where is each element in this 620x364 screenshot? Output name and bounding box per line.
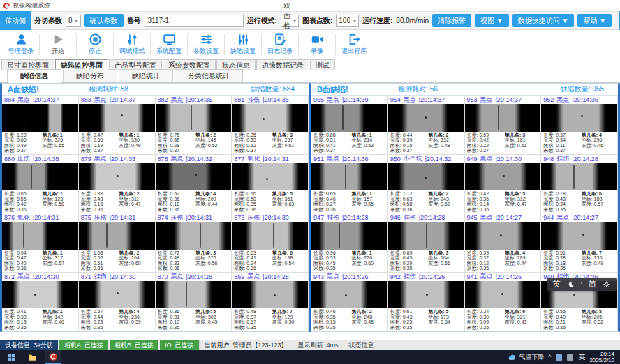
tray-chevron-up-icon[interactable]: ^	[548, 354, 551, 361]
defect-number: 875	[81, 214, 91, 221]
action-button-camera[interactable]: 录像	[299, 33, 335, 56]
subtab-1[interactable]: 缺陷信息	[7, 69, 61, 83]
defect-cell[interactable]: 955黑点|20:14:39长度:0.88宽度:0.51面积:0.41米数:0.…	[311, 96, 388, 155]
material-band	[399, 163, 448, 191]
tray-icon-1[interactable]	[556, 354, 562, 361]
ime-simplified-toggle[interactable]: 简	[589, 279, 596, 289]
action-button-debug-sliders[interactable]: 调试模式	[114, 33, 150, 56]
clear-alarm-button[interactable]: 清除报警	[432, 14, 471, 27]
action-button-stop[interactable]: 停止	[77, 33, 113, 56]
view-menu-button[interactable]: 视图 ▼	[475, 14, 509, 27]
file-explorer-taskbar-icon[interactable]	[24, 350, 40, 364]
moon-icon[interactable]	[567, 280, 575, 288]
defect-info-left: 长度:0.88宽度:0.51面积:0.41米数:0.37	[313, 132, 350, 154]
defect-cell[interactable]: 874压伤|20:14:31长度:0.72宽度:0.49面积:0.33米数:0.…	[156, 213, 232, 273]
tab-1[interactable]: 尺寸监控界面	[1, 59, 54, 70]
defect-wid: 宽度:0.44	[81, 314, 117, 320]
tray-icon-2[interactable]	[567, 354, 573, 361]
tab-2[interactable]: 缺陷监控界面	[55, 59, 108, 70]
defect-cell[interactable]: 948挂伤|20:14:28长度:0.78宽度:0.48面积:0.34米数:0.…	[541, 155, 618, 214]
tab-6[interactable]: 边缘数据记录	[256, 59, 309, 70]
gear-icon[interactable]	[603, 280, 610, 288]
ime-punct-toggle[interactable]: ’	[581, 280, 582, 289]
chart-points-select[interactable]: 100 ▾	[336, 15, 359, 27]
field-label: 宽度:	[313, 255, 325, 261]
defect-number: 946	[390, 214, 401, 221]
defect-cell[interactable]: 884黑点|20:14:37长度:1.23宽度:0.66面积:0.49米数:0.…	[2, 96, 79, 155]
action-button-exit[interactable]: 退出程序	[336, 33, 372, 56]
data-quick-access-menu-button[interactable]: 数据快捷访问 ▼	[512, 14, 575, 27]
action-button-params-sliders[interactable]: 参数设置	[188, 33, 224, 56]
inspection-app-taskbar-icon[interactable]	[45, 350, 61, 364]
confirm-count-button[interactable]: 确认条数	[84, 14, 124, 27]
field-value: 0.54	[285, 261, 295, 266]
subtab-3[interactable]: 缺陷统计	[119, 69, 173, 82]
defect-image	[156, 222, 232, 250]
field-label: 第几条:	[505, 191, 521, 197]
tab-5[interactable]: 状态信息	[216, 59, 256, 70]
taskbar-clock[interactable]: 20:14 2025/2/10	[589, 351, 617, 363]
tab-4[interactable]: 系统参数配置	[163, 59, 216, 70]
defect-cell[interactable]: 952黑点|20:14:36长度:0.37宽度:0.34面积:0.11米数:0.…	[541, 96, 618, 155]
action-button-row: 管理登录开始停止调试模式系统配置参数设置缺陷设置日志记录录像退出程序	[0, 30, 620, 59]
defect-cell[interactable]: 949黑点|20:14:30长度:0.42宽度:0.36面积:0.14米数:0.…	[465, 155, 542, 214]
help-menu-button[interactable]: 帮助 ▼	[577, 14, 612, 27]
slit-count-select[interactable]: 8 ▾	[66, 15, 81, 27]
defect-cell[interactable]: 945黑点|20:14:27长度:0.39宽度:0.32面积:0.12米数:0.…	[465, 213, 542, 273]
defect-cell[interactable]: 883黑点|20:14:37长度:0.47宽度:0.66面积:0.19米数:0.…	[79, 96, 156, 155]
run-mode-select[interactable]: 双面检测 ▾	[281, 15, 299, 27]
defect-cell[interactable]: 943黑点|20:14:26长度:0.46宽度:0.35面积:0.15米数:0.…	[311, 273, 388, 332]
defect-meter: 米数:0.37	[543, 148, 580, 153]
defect-strip: 第几条:5	[195, 309, 229, 314]
defect-cell[interactable]: 880压伤|20:14:35长度:0.85宽度:0.55面积:0.42米数:0.…	[2, 155, 79, 214]
tab-7[interactable]: 测试	[310, 59, 335, 70]
defect-cell[interactable]: 882黑点|20:14:35长度:0.75宽度:0.38面积:0.28米数:0.…	[156, 96, 232, 155]
weather-status[interactable]: 气温下降	[508, 353, 544, 362]
field-label: 坐标:	[351, 137, 362, 143]
defect-cell[interactable]: 954黑点|20:14:37长度:0.44宽度:0.39面积:0.15米数:0.…	[388, 96, 465, 155]
defect-cell[interactable]: 870黑点|20:14:28长度:0.36宽度:0.31面积:0.10米数:0.…	[156, 273, 232, 332]
defect-cell[interactable]: 950小凹坑|20:14:32长度:1.12宽度:0.63面积:0.58米数:0…	[388, 155, 465, 214]
field-value: 0.52	[94, 255, 103, 261]
action-button-play[interactable]: 开始	[40, 33, 76, 56]
field-label: 长度:	[81, 250, 92, 256]
defect-cell[interactable]: 881挂伤|20:14:35长度:0.35宽度:0.35面积:0.12米数:0.…	[232, 96, 309, 155]
defect-coord: 坐标:308	[195, 314, 229, 320]
defect-cell[interactable]: 873压伤|20:14:30长度:0.63宽度:0.41面积:0.24米数:0.…	[232, 213, 309, 273]
reel-number-input[interactable]	[145, 15, 244, 27]
defect-cell[interactable]: 947挂伤|20:14:28长度:0.96宽度:0.53面积:0.45米数:0.…	[311, 213, 388, 273]
action-button-monitor[interactable]: 系统配置	[151, 33, 187, 56]
defect-gray: 灰度:0.46	[42, 319, 75, 325]
subtab-2[interactable]: 缺陷分布	[63, 69, 117, 82]
defect-info: 长度:0.35宽度:0.35面积:0.12米数:0.37第几条:3坐标:257灰…	[232, 132, 308, 154]
ime-lang-toggle[interactable]: 英	[553, 279, 561, 289]
defect-cell[interactable]: 869黑点|20:14:28长度:0.48宽度:0.37面积:0.17米数:0.…	[232, 273, 309, 332]
defect-cell[interactable]: 875压伤|20:14:31长度:1.08宽度:0.52面积:0.51米数:0.…	[79, 213, 156, 273]
field-label: 面积:	[234, 202, 245, 207]
defect-cell[interactable]: 946挂伤|20:14:28长度:0.69宽度:0.45面积:0.29米数:0.…	[388, 213, 465, 273]
field-label: 面积:	[467, 143, 478, 149]
defect-gray: 灰度:0.56	[428, 261, 462, 266]
drive-side-button[interactable]: 传动侧	[0, 11, 31, 30]
defect-cell[interactable]: 871挂伤|20:14:30长度:0.57宽度:0.44面积:0.23米数:0.…	[79, 273, 156, 332]
ime-language-indicator[interactable]: 英	[578, 352, 585, 362]
subtab-4[interactable]: 分类信息统计	[175, 69, 243, 82]
defect-cell[interactable]: 953黑点|20:14:37长度:0.59宽度:0.42面积:0.22米数:0.…	[465, 96, 542, 155]
field-value: 0.58	[246, 197, 256, 202]
start-button[interactable]	[3, 350, 20, 364]
defect-area: 面积:0.19	[81, 143, 117, 149]
defect-cell[interactable]: 944黑点|20:14:27长度:0.51宽度:0.38面积:0.18米数:0.…	[541, 213, 618, 273]
action-button-log[interactable]: 日志记录	[262, 33, 298, 56]
defect-cell[interactable]: 951黑点|20:14:36长度:0.65宽度:0.46面积:0.27米数:0.…	[311, 155, 388, 214]
action-button-user[interactable]: 管理登录	[3, 33, 39, 56]
defect-cell[interactable]: 877氧化|20:14:31长度:0.66宽度:0.58面积:0.35米数:0.…	[232, 155, 309, 214]
defect-cell[interactable]: 878黑点|20:14:32长度:0.52宽度:0.36面积:0.18米数:0.…	[156, 155, 232, 214]
defect-cell[interactable]: 942挂伤|20:14:26长度:0.61宽度:0.43面积:0.25米数:0.…	[388, 273, 465, 332]
defect-cell[interactable]: 872黑点|20:14:30长度:0.41宽度:0.33面积:0.13米数:0.…	[2, 273, 79, 332]
action-button-defect-sliders[interactable]: 缺陷设置	[225, 33, 261, 56]
defect-sub-tab-bar: 缺陷信息缺陷分布缺陷统计分类信息统计	[0, 70, 620, 83]
defect-cell[interactable]: 879黑点|20:14:33长度:0.38宽度:0.43面积:0.16米数:0.…	[79, 155, 156, 214]
defect-cell[interactable]: 876氧化|20:14:31长度:0.94宽度:0.47面积:0.40米数:0.…	[2, 213, 79, 273]
tab-3[interactable]: 产品型号配置	[109, 59, 162, 70]
defect-cell[interactable]: 941黑点|20:14:26长度:0.34宽度:0.30面积:0.09米数:0.…	[465, 273, 542, 332]
